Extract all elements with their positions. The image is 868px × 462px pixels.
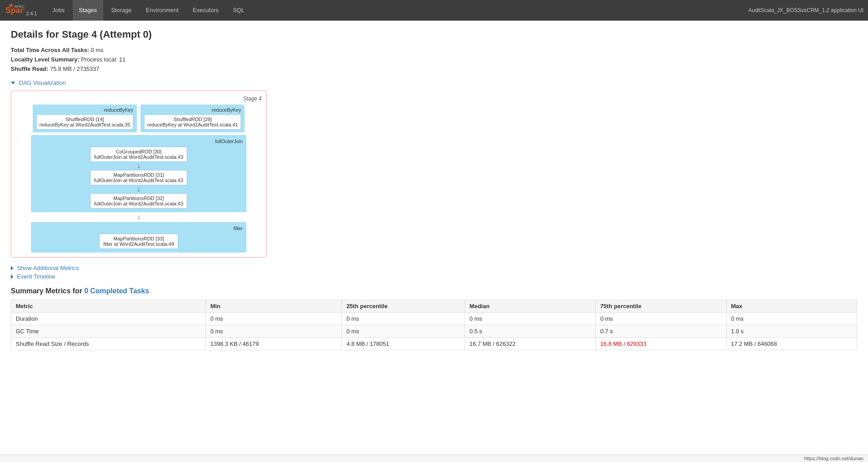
- dag-node-mappartitionsrdd31: MapPartitionsRDD [31] fullOuterJoin at W…: [90, 170, 188, 185]
- locality-info: Locality Level Summary: Process local: 1…: [11, 56, 857, 63]
- svg-text:APACHE: APACHE: [14, 4, 24, 9]
- dag-center-map31: MapPartitionsRDD [31] fullOuterJoin at W…: [35, 170, 243, 185]
- locality-label: Locality Level Summary:: [11, 56, 79, 63]
- cell-median-2: 16.7 MB / 626322: [465, 338, 596, 350]
- cell-metric-2: Shuffle Read Size / Records: [11, 338, 206, 350]
- total-time-value: 0 ms: [91, 47, 103, 53]
- metrics-table: Metric Min 25th percentile Median 75th p…: [11, 300, 857, 350]
- dag-node-shuffledrdd14: ShuffledRDD [14] reduceByKey at Word2Aud…: [36, 114, 133, 130]
- col-header-min: Min: [206, 300, 342, 313]
- metrics-table-body: Duration 0 ms 0 ms 0 ms 0 ms 0 ms GC Tim…: [11, 313, 857, 350]
- dag-node-title-map31: MapPartitionsRDD [31]: [94, 172, 184, 178]
- cell-min-0: 0 ms: [206, 313, 342, 325]
- dag-node-mappartitionsrdd33: MapPartitionsRDD [33] filter at Word2Aud…: [99, 234, 178, 249]
- cell-p75-1: 0.7 s: [596, 325, 726, 338]
- dag-node-subtitle-map32: fullOuterJoin at Word2AuditTest.scala:43: [94, 201, 184, 206]
- dag-node-cogroupedrdd30: CoGroupedRDD [30] fullOuterJoin at Word2…: [90, 147, 188, 162]
- nav-executors[interactable]: Executors: [186, 0, 225, 21]
- cell-p75-0: 0 ms: [596, 313, 726, 325]
- dag-node-subtitle-2: reduceByKey at Word2AuditTest.scala:41: [147, 122, 238, 127]
- dag-group-fullouterjoin: fullOuterJoin CoGroupedRDD [30] fullOute…: [31, 135, 246, 212]
- dag-group-reducebykey1: reduceByKey ShuffledRDD [14] reduceByKey…: [33, 105, 137, 132]
- dag-group-filter: filter MapPartitionsRDD [33] filter at W…: [31, 222, 246, 253]
- cell-p25-2: 4.8 MB / 178051: [342, 338, 465, 350]
- locality-value: Process local: 11: [81, 56, 126, 63]
- shuffle-read-info: Shuffle Read: 75.8 MB / 2735337: [11, 65, 857, 72]
- dag-node-title-1: ShuffledRDD [14]: [39, 117, 130, 122]
- completed-tasks-highlight[interactable]: 0 Completed Tasks: [84, 287, 149, 295]
- dag-node-title-map32: MapPartitionsRDD [32]: [94, 196, 184, 201]
- dag-node-subtitle-filter: filter at Word2AuditTest.scala:49: [103, 241, 174, 247]
- dag-visualization-toggle[interactable]: DAG Visualization: [11, 79, 66, 86]
- dag-node-title-cog: CoGroupedRDD [30]: [94, 149, 184, 154]
- dag-arrow-3: ↓: [31, 214, 246, 220]
- cell-max-2: 17.2 MB / 646068: [726, 338, 857, 350]
- topnav: Spark APACHE 2.4.1 Jobs Stages Storage E…: [0, 0, 868, 21]
- metrics-toggle-section: Show Additional Metrics Event Timeline: [11, 265, 857, 280]
- spark-version: 2.4.1: [26, 11, 37, 16]
- nav-storage[interactable]: Storage: [105, 0, 138, 21]
- cell-median-1: 0.5 s: [465, 325, 596, 338]
- dag-center-filter: MapPartitionsRDD [33] filter at Word2Aud…: [35, 234, 243, 249]
- table-row: Duration 0 ms 0 ms 0 ms 0 ms 0 ms: [11, 313, 857, 325]
- dag-node-subtitle-cog: fullOuterJoin at Word2AuditTest.scala:43: [94, 154, 184, 160]
- event-timeline-link[interactable]: Event Timeline: [11, 273, 857, 280]
- dag-group-label-2: reduceByKey: [144, 107, 241, 113]
- dag-node-subtitle-map31: fullOuterJoin at Word2AuditTest.scala:43: [94, 178, 184, 183]
- col-header-p75: 75th percentile: [596, 300, 726, 313]
- summary-title: Summary Metrics for 0 Completed Tasks: [11, 287, 857, 295]
- dag-node-mappartitionsrdd32: MapPartitionsRDD [32] fullOuterJoin at W…: [90, 193, 188, 209]
- cell-min-1: 0 ms: [206, 325, 342, 338]
- dag-stage-label: Stage 4: [16, 96, 262, 102]
- brand: Spark APACHE 2.4.1: [4, 3, 37, 17]
- dag-center-map32: MapPartitionsRDD [32] fullOuterJoin at W…: [35, 193, 243, 209]
- dag-group-reducebykey2: reduceByKey ShuffledRDD [29] reduceByKey…: [140, 105, 245, 132]
- shuffle-read-value: 75.8 MB / 2735337: [50, 65, 99, 72]
- dag-container: Stage 4 reduceByKey ShuffledRDD [14] red…: [11, 91, 267, 257]
- cell-metric-1: GC Time: [11, 325, 206, 338]
- summary-section: Summary Metrics for 0 Completed Tasks Me…: [11, 287, 857, 350]
- page-title: Details for Stage 4 (Attempt 0): [11, 29, 857, 40]
- nav-environment[interactable]: Environment: [140, 0, 185, 21]
- main-content: Details for Stage 4 (Attempt 0) Total Ti…: [0, 21, 868, 358]
- nav-stages[interactable]: Stages: [73, 0, 103, 21]
- table-row: GC Time 0 ms 0 ms 0.5 s 0.7 s 1.0 s: [11, 325, 857, 338]
- dag-triangle-icon: [11, 82, 15, 84]
- table-header-row: Metric Min 25th percentile Median 75th p…: [11, 300, 857, 313]
- dag-arrow-2: ↓: [35, 186, 243, 192]
- main-nav: Jobs Stages Storage Environment Executor…: [46, 0, 250, 21]
- event-timeline-label: Event Timeline: [17, 273, 55, 280]
- col-header-median: Median: [465, 300, 596, 313]
- col-header-p25: 25th percentile: [342, 300, 465, 313]
- shuffle-read-label: Shuffle Read:: [11, 65, 48, 72]
- cell-max-0: 0 ms: [726, 313, 857, 325]
- total-time-label: Total Time Across All Tasks:: [11, 47, 89, 53]
- cell-median-0: 0 ms: [465, 313, 596, 325]
- dag-node-title-2: ShuffledRDD [29]: [147, 117, 238, 122]
- event-timeline-triangle-icon: [11, 275, 13, 279]
- dag-link-label: DAG Visualization: [19, 79, 66, 86]
- cell-p25-0: 0 ms: [342, 313, 465, 325]
- table-row: Shuffle Read Size / Records 1398.3 KB / …: [11, 338, 857, 350]
- dag-group-label-1: reduceByKey: [36, 107, 133, 113]
- spark-logo: Spark APACHE: [4, 3, 24, 17]
- app-title: AuditScala_JX_BOSSvsCRM_1.2 application …: [748, 7, 864, 13]
- col-header-metric: Metric: [11, 300, 206, 313]
- cell-min-2: 1398.3 KB / 46179: [206, 338, 342, 350]
- metrics-triangle-icon: [11, 266, 13, 270]
- dag-node-shuffledrdd29: ShuffledRDD [29] reduceByKey at Word2Aud…: [144, 114, 241, 130]
- nav-sql[interactable]: SQL: [227, 0, 251, 21]
- nav-jobs[interactable]: Jobs: [46, 0, 70, 21]
- cell-p75-2: 16.8 MB / 629333: [596, 338, 726, 350]
- show-additional-metrics-label: Show Additional Metrics: [17, 265, 79, 271]
- dag-center-cogroup: CoGroupedRDD [30] fullOuterJoin at Word2…: [35, 147, 243, 162]
- cell-max-1: 1.0 s: [726, 325, 857, 338]
- col-header-max: Max: [726, 300, 857, 313]
- dag-node-subtitle-1: reduceByKey at Word2AuditTest.scala:35: [39, 122, 130, 127]
- dag-node-title-filter: MapPartitionsRDD [33]: [103, 236, 174, 241]
- dag-group-label-filter: filter: [35, 226, 243, 231]
- cell-metric-0: Duration: [11, 313, 206, 325]
- dag-arrow-1: ↓: [35, 163, 243, 169]
- cell-p25-1: 0 ms: [342, 325, 465, 338]
- show-additional-metrics-link[interactable]: Show Additional Metrics: [11, 265, 857, 271]
